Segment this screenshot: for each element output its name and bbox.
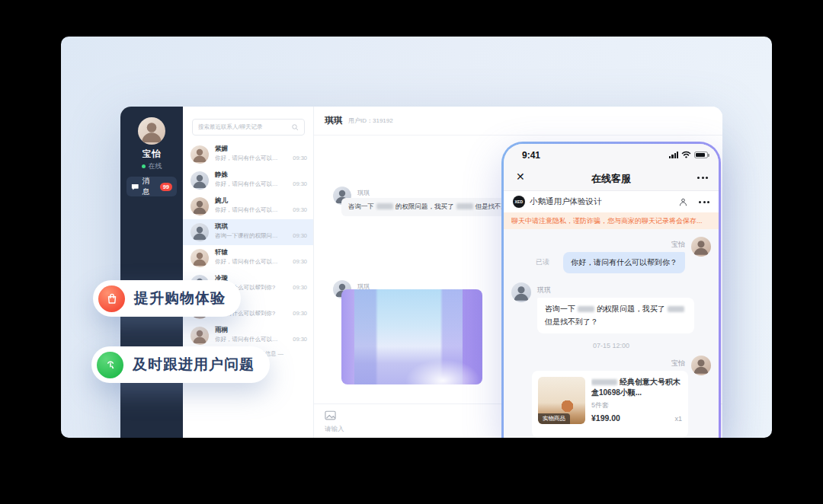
- contact-time: 09:30: [293, 155, 307, 161]
- message-input[interactable]: 请输入: [325, 425, 344, 434]
- feature-pill-shopping: 提升购物体验: [93, 280, 241, 317]
- online-status-label: 在线: [149, 161, 162, 171]
- person-icon[interactable]: [678, 197, 688, 207]
- unread-badge: 99: [160, 183, 172, 191]
- redacted-text: [578, 306, 594, 312]
- contact-name: 雨桐: [215, 326, 228, 335]
- online-dot-icon: [142, 164, 146, 168]
- contact-preview: 咨询一下课程的权限问题，我买了课...: [215, 232, 280, 240]
- sidebar-item-messages[interactable]: 消息 99: [126, 177, 177, 196]
- contact-row[interactable]: 婉儿 你好，请问有什么可以帮到你? 09:30: [183, 193, 313, 219]
- contact-preview: 你好，请问有什么可以帮到你?: [215, 206, 280, 214]
- message-text: 但是找不到了？: [545, 317, 598, 326]
- redacted-text: [668, 306, 684, 312]
- message-bubble: 你好，请问有什么可以帮到你？: [563, 252, 685, 273]
- feature-pill-label: 及时跟进用户问题: [133, 355, 255, 375]
- search-input[interactable]: 搜索最近联系人/聊天记录: [192, 119, 305, 136]
- contact-time: 09:30: [293, 232, 307, 239]
- message-sender: 宝怡: [671, 359, 685, 368]
- contact-preview: 你好，请问有什么可以帮到你?: [215, 180, 280, 188]
- agent-name: 宝怡: [120, 148, 183, 160]
- contact-rows: 紫媚 你好，请问有什么可以帮到你? 09:30 静姝 你好，请问有什么可以帮到你…: [183, 142, 313, 349]
- message-text: 的权限问题，我买了: [597, 305, 665, 313]
- product-card[interactable]: 实物商品 经典创意大号积木盒10698小颗... 5件套 ¥199.00 x1: [532, 371, 688, 438]
- status-time: 9:41: [522, 150, 540, 161]
- avatar: [191, 223, 209, 241]
- contact-preview: 你好，请问有什么可以帮到你?: [215, 258, 280, 266]
- search-placeholder: 搜索最近联系人/聊天记录: [198, 123, 291, 131]
- avatar: [511, 282, 531, 302]
- avatar: [191, 249, 209, 267]
- battery-icon: [694, 152, 708, 158]
- product-type-tag: 实物商品: [538, 413, 570, 424]
- contact-time: 09:30: [293, 310, 307, 317]
- contact-name: 婉儿: [215, 196, 228, 206]
- contact-row[interactable]: 雨桐 你好，请问有什么可以帮到你? 09:30: [183, 323, 313, 349]
- redacted-text: [456, 203, 473, 209]
- search-icon: [291, 123, 299, 131]
- contact-time: 09:30: [293, 258, 307, 265]
- phone-mockup: 9:41 ✕ 在线客服 XED 小鹅通用户体验设计: [501, 142, 721, 438]
- product-title: 经典创意大号积木盒10698小颗...: [591, 377, 682, 398]
- contact-preview: 你好，请问有什么可以帮到你?: [215, 155, 280, 162]
- contact-name: 轩辕: [215, 248, 228, 257]
- message-bubble: 咨询一下的权限问题，我买了但是找不到了？: [537, 298, 694, 333]
- read-receipt: 已读: [536, 257, 549, 267]
- redacted-text: [591, 379, 617, 385]
- messages-label: 消息: [143, 176, 157, 197]
- feature-pill-followup: 及时跟进用户问题: [91, 346, 270, 383]
- chat-customer-id: 用户ID：319192: [348, 116, 393, 125]
- message-text: 咨询一下: [348, 203, 374, 210]
- avatar: [191, 197, 209, 215]
- shop-header: XED 小鹅通用户体验设计: [504, 191, 719, 212]
- chat-header: 琪琪 用户ID：319192: [314, 107, 722, 136]
- more-icon[interactable]: [697, 177, 708, 179]
- contact-time: 09:30: [293, 180, 307, 187]
- contact-name: 琪琪: [215, 222, 228, 231]
- stage: 宝怡 在线 消息 99 搜索最近联系人/聊天记录: [0, 0, 823, 504]
- contact-row[interactable]: 紫媚 你好，请问有什么可以帮到你? 09:30: [183, 142, 313, 167]
- signal-icon: [669, 152, 678, 158]
- contact-time: 09:30: [293, 206, 307, 213]
- image-attachment[interactable]: [341, 289, 482, 384]
- contact-name: 静姝: [215, 171, 228, 180]
- phone-status-bar: 9:41: [504, 144, 719, 165]
- contact-time: 09:30: [293, 336, 307, 343]
- product-image: 实物商品: [538, 377, 585, 424]
- artboard: 宝怡 在线 消息 99 搜索最近联系人/聊天记录: [61, 37, 772, 438]
- contact-preview: 你好，请问有什么可以帮到你?: [215, 336, 280, 343]
- shopping-bag-icon: [98, 285, 125, 312]
- avatar: [191, 327, 209, 345]
- contact-row[interactable]: 轩辕 你好，请问有什么可以帮到你? 09:30: [183, 245, 313, 271]
- chat-timestamp: 07-15 12:00: [504, 342, 719, 349]
- redacted-text: [376, 203, 393, 209]
- phone-nav-bar: ✕ 在线客服: [504, 165, 719, 191]
- insert-image-icon[interactable]: [325, 410, 336, 420]
- product-quantity: x1: [674, 415, 682, 423]
- avatar: [691, 237, 711, 257]
- message-text: 的权限问题，我买了: [395, 203, 454, 210]
- phone-chat-body: 宝怡 已读 你好，请问有什么可以帮到你？ 琪琪 咨询一下的权限问题，我买了但是找…: [504, 229, 719, 438]
- phone-screen: 9:41 ✕ 在线客服 XED 小鹅通用户体验设计: [504, 144, 719, 438]
- phone-page-title: 在线客服: [504, 172, 719, 186]
- tap-icon: [97, 352, 123, 378]
- more-icon[interactable]: [699, 201, 709, 203]
- contact-list-panel: 搜索最近联系人/聊天记录 紫媚 你好，请问有什么可以帮到你? 09:30 静姝 …: [183, 107, 314, 438]
- avatar: [191, 171, 209, 190]
- wifi-icon: [681, 151, 691, 158]
- contact-row[interactable]: 静姝 你好，请问有什么可以帮到你? 09:30: [183, 167, 313, 193]
- message-sender: 琪琪: [537, 285, 551, 295]
- contact-name: 紫媚: [215, 145, 228, 154]
- chat-customer-name: 琪琪: [325, 115, 342, 126]
- avatar: [191, 145, 209, 164]
- product-price: ¥199.00: [591, 413, 620, 423]
- shop-logo: XED: [513, 196, 525, 208]
- message-sender: 宝怡: [671, 240, 685, 250]
- contact-time: 09:30: [293, 284, 307, 291]
- feature-pill-label: 提升购物体验: [134, 289, 226, 308]
- contact-row-selected[interactable]: 琪琪 咨询一下课程的权限问题，我买了课... 09:30: [183, 219, 313, 245]
- avatar: [691, 356, 711, 375]
- message-sender: 琪琪: [357, 189, 370, 197]
- product-spec: 5件套: [591, 400, 682, 410]
- sidebar: 宝怡 在线 消息 99: [120, 107, 183, 438]
